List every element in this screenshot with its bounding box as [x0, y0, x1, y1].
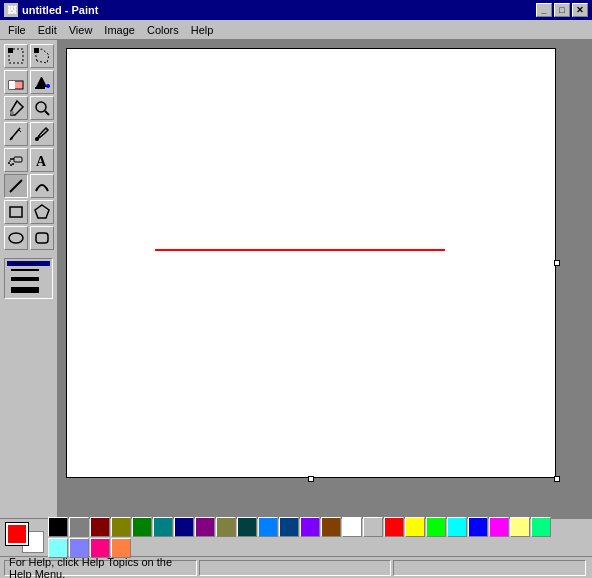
canvas-drawing-line: [155, 249, 445, 251]
svg-rect-15: [14, 157, 22, 162]
resize-handle-bottom[interactable]: [308, 476, 314, 482]
line-tool[interactable]: [4, 174, 28, 198]
menu-help[interactable]: Help: [185, 22, 220, 38]
fill-tool[interactable]: [30, 70, 54, 94]
color-swatch-6[interactable]: [174, 517, 194, 537]
color-palette: [48, 517, 568, 558]
menu-bar: File Edit View Image Colors Help: [0, 20, 592, 40]
resize-handle-corner[interactable]: [554, 476, 560, 482]
toolbox: A: [0, 40, 58, 518]
minimize-button[interactable]: _: [536, 3, 552, 17]
menu-image[interactable]: Image: [98, 22, 141, 38]
color-swatch-13[interactable]: [321, 517, 341, 537]
title-bar: 🖼 untitled - Paint _ □ ✕: [0, 0, 592, 20]
svg-point-18: [10, 164, 12, 166]
svg-rect-23: [10, 207, 22, 217]
svg-rect-1: [8, 48, 13, 53]
svg-point-14: [35, 137, 39, 141]
menu-edit[interactable]: Edit: [32, 22, 63, 38]
color-swatch-1[interactable]: [69, 517, 89, 537]
svg-rect-26: [36, 233, 48, 243]
color-swatch-21[interactable]: [489, 517, 509, 537]
color-swatch-9[interactable]: [237, 517, 257, 537]
text-tool[interactable]: A: [30, 148, 54, 172]
magnify-tool[interactable]: [30, 96, 54, 120]
maximize-button[interactable]: □: [554, 3, 570, 17]
airbrush-tool[interactable]: [4, 148, 28, 172]
svg-point-9: [36, 102, 46, 112]
rect-tool[interactable]: [4, 200, 28, 224]
svg-line-10: [45, 111, 49, 115]
color-swatch-3[interactable]: [111, 517, 131, 537]
select-free-tool[interactable]: [30, 44, 54, 68]
line-width-4[interactable]: [7, 284, 50, 296]
window-controls: _ □ ✕: [536, 3, 588, 17]
polygon-tool[interactable]: [30, 200, 54, 224]
color-swatch-15[interactable]: [363, 517, 383, 537]
color-swatch-17[interactable]: [405, 517, 425, 537]
svg-point-6: [46, 84, 50, 88]
ellipse-tool[interactable]: [4, 226, 28, 250]
eyedropper-tool[interactable]: [4, 96, 28, 120]
app-icon: 🖼: [4, 3, 18, 17]
brush-tool[interactable]: [30, 122, 54, 146]
color-swatch-2[interactable]: [90, 517, 110, 537]
svg-point-17: [8, 162, 10, 164]
color-swatch-7[interactable]: [195, 517, 215, 537]
status-size: [393, 560, 586, 576]
color-swatch-22[interactable]: [510, 517, 530, 537]
main-layout: A: [0, 40, 592, 518]
canvas-container[interactable]: [58, 40, 592, 518]
status-bar: For Help, click Help Topics on the Help …: [0, 556, 592, 578]
svg-line-22: [10, 180, 22, 192]
color-swatch-20[interactable]: [468, 517, 488, 537]
line-width-2[interactable]: [7, 266, 50, 274]
active-colors: [6, 523, 44, 553]
color-swatch-23[interactable]: [531, 517, 551, 537]
menu-colors[interactable]: Colors: [141, 22, 185, 38]
resize-handle-right[interactable]: [554, 260, 560, 266]
close-button[interactable]: ✕: [572, 3, 588, 17]
color-swatch-4[interactable]: [132, 517, 152, 537]
color-swatch-14[interactable]: [342, 517, 362, 537]
svg-rect-2: [34, 48, 39, 53]
menu-view[interactable]: View: [63, 22, 99, 38]
select-rect-tool[interactable]: [4, 44, 28, 68]
pencil-tool[interactable]: [4, 122, 28, 146]
svg-text:A: A: [36, 154, 47, 169]
rounded-rect-tool[interactable]: [30, 226, 54, 250]
menu-file[interactable]: File: [2, 22, 32, 38]
color-swatch-5[interactable]: [153, 517, 173, 537]
color-bar: [0, 518, 592, 556]
window-title: untitled - Paint: [22, 4, 98, 16]
svg-point-19: [12, 163, 14, 165]
svg-rect-5: [35, 87, 45, 89]
color-swatch-8[interactable]: [216, 517, 236, 537]
svg-point-25: [9, 233, 23, 243]
color-swatch-12[interactable]: [300, 517, 320, 537]
canvas-wrapper: [66, 48, 556, 478]
paint-canvas[interactable]: [66, 48, 556, 478]
svg-point-20: [9, 160, 11, 162]
line-width-selector: [4, 258, 53, 299]
foreground-color-swatch[interactable]: [6, 523, 28, 545]
color-swatch-19[interactable]: [447, 517, 467, 537]
color-swatch-0[interactable]: [48, 517, 68, 537]
curve-tool[interactable]: [30, 174, 54, 198]
status-message: For Help, click Help Topics on the Help …: [4, 560, 197, 576]
tool-grid: A: [4, 44, 53, 250]
status-coords: [199, 560, 392, 576]
color-swatch-16[interactable]: [384, 517, 404, 537]
color-swatch-10[interactable]: [258, 517, 278, 537]
color-swatch-18[interactable]: [426, 517, 446, 537]
svg-rect-4: [9, 81, 15, 89]
line-width-3[interactable]: [7, 274, 50, 284]
svg-marker-24: [35, 205, 49, 218]
eraser-tool[interactable]: [4, 70, 28, 94]
color-swatch-11[interactable]: [279, 517, 299, 537]
svg-point-7: [10, 111, 14, 115]
